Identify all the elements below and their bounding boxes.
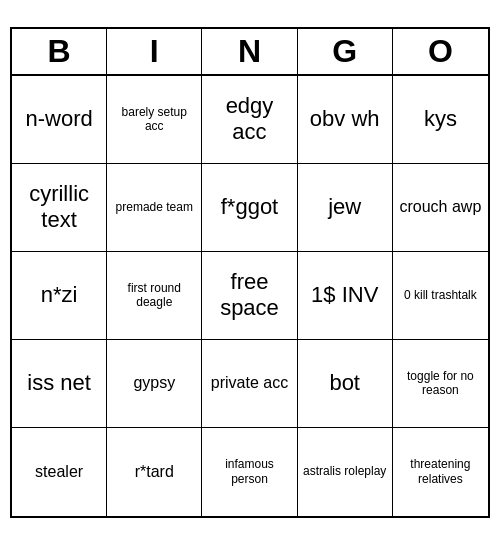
cell-text: crouch awp: [399, 197, 481, 216]
bingo-cell: barely setup acc: [107, 76, 202, 164]
bingo-cell: n*zi: [12, 252, 107, 340]
cell-text: n*zi: [41, 282, 78, 308]
bingo-cell: toggle for no reason: [393, 340, 488, 428]
cell-text: edgy acc: [206, 93, 292, 146]
cell-text: obv wh: [310, 106, 380, 132]
bingo-cell: infamous person: [202, 428, 297, 516]
bingo-cell: kys: [393, 76, 488, 164]
bingo-cell: iss net: [12, 340, 107, 428]
bingo-cell: 0 kill trashtalk: [393, 252, 488, 340]
header-letter: B: [12, 29, 107, 74]
bingo-cell: premade team: [107, 164, 202, 252]
header-letter: N: [202, 29, 297, 74]
bingo-cell: cyrillic text: [12, 164, 107, 252]
cell-text: n-word: [25, 106, 92, 132]
bingo-cell: gypsy: [107, 340, 202, 428]
cell-text: 1$ INV: [311, 282, 378, 308]
bingo-cell: edgy acc: [202, 76, 297, 164]
cell-text: barely setup acc: [111, 105, 197, 134]
cell-text: bot: [329, 370, 360, 396]
bingo-cell: bot: [298, 340, 393, 428]
bingo-cell: crouch awp: [393, 164, 488, 252]
header-letter: O: [393, 29, 488, 74]
bingo-cell: jew: [298, 164, 393, 252]
cell-text: infamous person: [206, 457, 292, 486]
bingo-cell: r*tard: [107, 428, 202, 516]
cell-text: first round deagle: [111, 281, 197, 310]
cell-text: stealer: [35, 462, 83, 481]
cell-text: cyrillic text: [16, 181, 102, 234]
header-letter: G: [298, 29, 393, 74]
bingo-cell: stealer: [12, 428, 107, 516]
bingo-cell: private acc: [202, 340, 297, 428]
header-letter: I: [107, 29, 202, 74]
cell-text: premade team: [116, 200, 193, 214]
cell-text: threatening relatives: [397, 457, 484, 486]
bingo-cell: 1$ INV: [298, 252, 393, 340]
cell-text: kys: [424, 106, 457, 132]
cell-text: f*ggot: [221, 194, 279, 220]
bingo-grid: n-wordbarely setup accedgy accobv whkysc…: [12, 76, 488, 516]
bingo-cell: free space: [202, 252, 297, 340]
bingo-cell: f*ggot: [202, 164, 297, 252]
cell-text: r*tard: [135, 462, 174, 481]
bingo-cell: n-word: [12, 76, 107, 164]
cell-text: toggle for no reason: [397, 369, 484, 398]
bingo-cell: first round deagle: [107, 252, 202, 340]
cell-text: 0 kill trashtalk: [404, 288, 477, 302]
cell-text: astralis roleplay: [303, 464, 386, 478]
cell-text: iss net: [27, 370, 91, 396]
bingo-cell: astralis roleplay: [298, 428, 393, 516]
bingo-cell: obv wh: [298, 76, 393, 164]
bingo-cell: threatening relatives: [393, 428, 488, 516]
cell-text: free space: [206, 269, 292, 322]
cell-text: private acc: [211, 373, 288, 392]
cell-text: gypsy: [133, 373, 175, 392]
cell-text: jew: [328, 194, 361, 220]
bingo-header: BINGO: [12, 29, 488, 76]
bingo-card: BINGO n-wordbarely setup accedgy accobv …: [10, 27, 490, 518]
